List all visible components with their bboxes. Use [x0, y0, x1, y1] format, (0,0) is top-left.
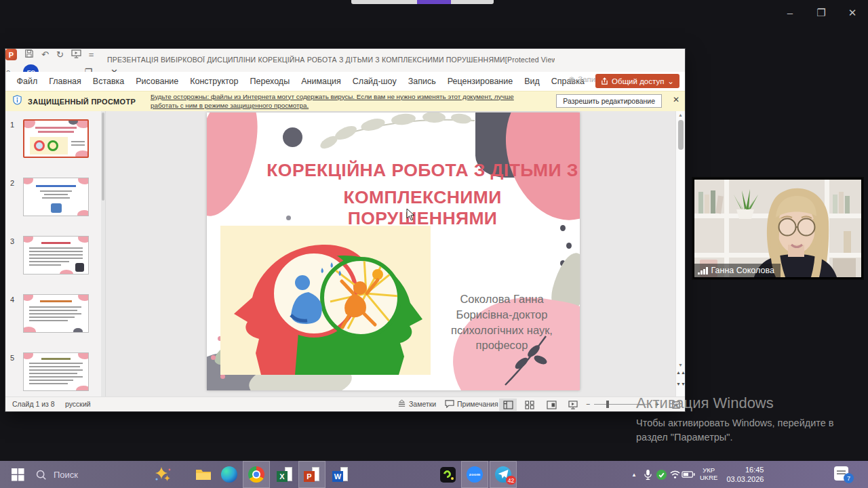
file-explorer-button[interactable] — [190, 461, 217, 488]
thumb-title-line — [41, 242, 71, 244]
kmplayer-button[interactable] — [434, 461, 461, 488]
enable-editing-button[interactable]: Разрешить редактирование — [556, 94, 662, 108]
tab-record[interactable]: Запись — [402, 72, 441, 91]
battery-icon[interactable] — [682, 470, 695, 479]
slide-title: КОРЕКЦІЙНА РОБОТА З ДІТЬМИ З КОМПЛЕКСНИМ… — [267, 160, 578, 235]
normal-view-button[interactable] — [499, 399, 517, 411]
excel-button[interactable]: X — [271, 461, 298, 488]
thumbnail-slide-5[interactable] — [23, 352, 89, 391]
tab-insert[interactable]: Вставка — [87, 72, 130, 91]
restore-icon[interactable]: ❐ — [815, 7, 827, 19]
zoom-in-button[interactable]: + — [655, 400, 659, 408]
slide-sorter-view-button[interactable] — [521, 399, 538, 411]
fit-slide-to-window-button[interactable] — [667, 399, 685, 411]
thumbnail-slide-3[interactable] — [23, 236, 89, 274]
comments-label: Примечания — [457, 400, 498, 408]
scrollbar-thumb[interactable] — [678, 120, 684, 150]
zoom-meeting-screen: – ❐ ✕ P ↶ ↻ = ПРЕЗЕНТАЦІЯ ВИБІРКОВОЇ ДИС… — [0, 0, 868, 488]
microphone-icon[interactable] — [641, 469, 654, 481]
powerpoint-icon: P — [304, 466, 320, 483]
undo-icon[interactable]: ↶ — [41, 49, 49, 60]
comments-button[interactable]: Примечания — [445, 399, 498, 408]
participant-name: Ганна Соколова — [711, 266, 774, 275]
thumbnail-scrollbar[interactable] — [101, 111, 105, 396]
thumb-decoration — [23, 119, 35, 128]
thumb-text-line — [29, 363, 83, 364]
audio-signal-icon — [698, 267, 708, 274]
tab-review[interactable]: Рецензирование — [441, 72, 519, 91]
zoom-slider[interactable] — [594, 404, 651, 405]
slide-scrollbar[interactable]: ▲ ▼ ▲▲ ▼▼ — [675, 111, 685, 396]
tray-chevron-up-icon[interactable]: ▴ — [627, 471, 641, 478]
slideshow-view-button[interactable] — [564, 399, 582, 411]
language-secondary: UKRE — [700, 474, 717, 482]
language-indicator[interactable]: русский — [65, 400, 91, 408]
thumb-decoration — [75, 150, 89, 158]
telegram-button[interactable]: 42 — [490, 461, 517, 488]
zoom-out-button[interactable]: − — [586, 400, 590, 408]
search-icon — [35, 469, 47, 481]
thumb-text-line — [29, 380, 73, 381]
minimize-icon[interactable]: – — [784, 7, 796, 19]
powerpoint-button[interactable]: P — [298, 461, 326, 488]
tab-transitions[interactable]: Переходы — [244, 72, 296, 91]
start-slideshow-icon[interactable] — [71, 49, 81, 60]
word-button[interactable]: W — [327, 461, 354, 488]
clock[interactable]: 16:45 03.03.2026 — [726, 465, 764, 485]
edge-button[interactable] — [216, 461, 243, 488]
language-switcher[interactable]: УКР UKRE — [700, 467, 717, 482]
thumb-text-line — [29, 376, 83, 378]
start-button[interactable] — [4, 461, 31, 488]
thumbnail-number: 1 — [10, 121, 14, 129]
save-icon[interactable] — [24, 49, 34, 60]
chrome-button[interactable] — [243, 461, 270, 488]
scroll-up-icon[interactable]: ▲ — [676, 113, 685, 117]
taskbar-search[interactable]: Поиск — [35, 461, 78, 488]
current-slide[interactable]: КОРЕКЦІЙНА РОБОТА З ДІТЬМИ З КОМПЛЕКСНИМ… — [207, 113, 580, 390]
notes-button[interactable]: Заметки — [397, 399, 436, 408]
thumb-text-line — [44, 194, 68, 195]
window-title: ПРЕЗЕНТАЦІЯ ВИБІРКОВОЇ ДИСЦИПЛІНИ КОРЕКЦ… — [107, 56, 555, 64]
antivirus-icon[interactable] — [654, 469, 668, 481]
thumb-text-line — [29, 373, 77, 374]
participant-video-tile[interactable]: Ганна Соколова — [693, 178, 863, 279]
share-button[interactable]: Общий доступ ⌄ — [595, 74, 679, 88]
zoom-slider-thumb[interactable] — [606, 401, 609, 408]
comments-icon — [445, 399, 454, 408]
tab-view[interactable]: Вид — [519, 72, 546, 91]
thumbnail-slide-4[interactable] — [23, 294, 89, 333]
redo-icon[interactable]: ↻ — [56, 49, 64, 60]
protected-view-close-icon[interactable]: ✕ — [673, 95, 679, 104]
participant-nametag: Ганна Соколова — [694, 264, 781, 277]
notes-icon — [397, 399, 406, 408]
search-label: Поиск — [54, 470, 78, 480]
copilot-button[interactable] — [149, 461, 176, 488]
notification-center-button[interactable]: 7 — [834, 466, 848, 481]
thumb-decoration — [23, 352, 33, 359]
scroll-down-icon[interactable]: ▼ — [676, 363, 685, 367]
thumbnail-slide-2[interactable] — [23, 178, 89, 216]
tab-draw[interactable]: Рисование — [130, 72, 184, 91]
tab-file[interactable]: Файл — [11, 72, 43, 91]
telegram-badge: 42 — [506, 476, 516, 485]
tray-date: 03.03.2026 — [726, 474, 764, 484]
previous-slide-icon[interactable]: ▲▲ — [676, 371, 685, 374]
tab-slideshow[interactable]: Слайд-шоу — [347, 72, 402, 91]
reading-view-button[interactable] — [542, 399, 560, 411]
zoom-app-button[interactable]: zoom — [461, 461, 488, 488]
sparkles-icon — [154, 466, 172, 483]
mouse-cursor — [406, 208, 416, 222]
zoom-collapsed-toolbar[interactable] — [351, 0, 494, 4]
thumbnail-scrollbar-thumb[interactable] — [102, 113, 104, 201]
thumbnail-number: 5 — [10, 354, 14, 362]
thumbnail-slide-1[interactable] — [23, 119, 89, 158]
close-icon[interactable]: ✕ — [846, 7, 859, 19]
tab-animations[interactable]: Анимация — [296, 72, 347, 91]
tab-home[interactable]: Главная — [43, 72, 87, 91]
thumb-title-line — [41, 358, 71, 360]
next-slide-icon[interactable]: ▼▼ — [676, 383, 685, 386]
tab-design[interactable]: Конструктор — [184, 72, 244, 91]
participant-video-frame: Ганна Соколова — [694, 180, 861, 277]
wifi-icon[interactable] — [668, 470, 682, 479]
customize-toolbar-icon[interactable]: = — [89, 49, 94, 60]
